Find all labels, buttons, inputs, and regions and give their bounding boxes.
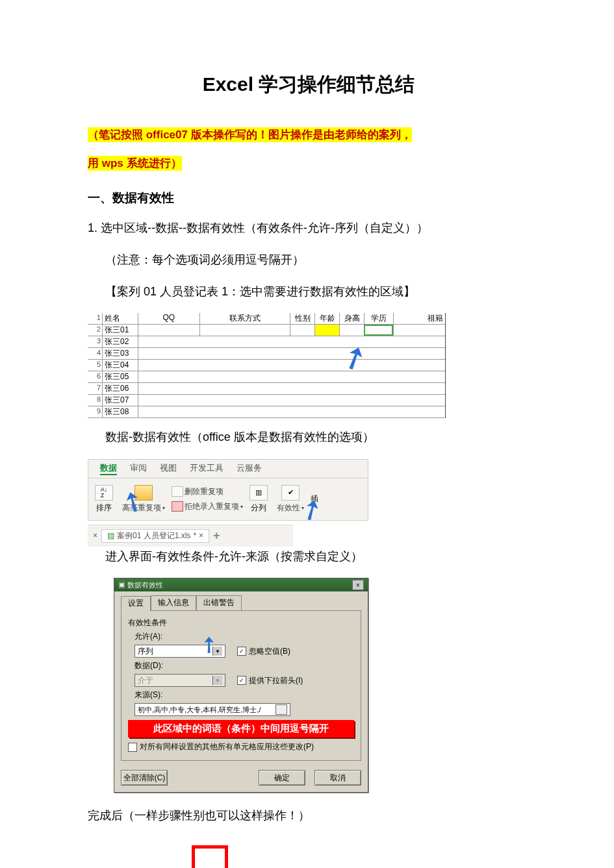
dialog-tab-settings[interactable]: 设置: [121, 596, 151, 611]
ribbon-tab-view[interactable]: 视图: [160, 462, 177, 475]
validity-icon: ✔: [281, 485, 300, 501]
reject-dup-label: 拒绝录入重复项: [185, 501, 239, 512]
reject-dup-icon: [172, 501, 183, 512]
section-1-heading: 一、数据有效性: [88, 190, 530, 206]
case-title: 【案列 01 人员登记表 1：选中需要进行数据有效性的区域】: [105, 282, 530, 302]
cell: [138, 348, 445, 359]
modified-star: *: [193, 531, 196, 540]
table-row: 4张三03: [88, 348, 445, 360]
table-row: 2 张三01 ▼: [88, 325, 445, 336]
highlight-line-2: 用 wps 系统进行）: [88, 156, 182, 171]
ribbon-screenshot: 数据 审阅 视图 开发工具 云服务 A↓Z 排序 高亮重复项▾ 删除重复项 拒绝…: [88, 459, 368, 521]
sort-label: 排序: [96, 502, 112, 514]
table-row: 9张三08: [88, 406, 445, 418]
table-row: 3张三02: [88, 336, 445, 348]
cell: [339, 325, 364, 336]
cell-name: 张三05: [102, 371, 138, 382]
ribbon-tab-dev[interactable]: 开发工具: [190, 462, 224, 475]
step-2-line: 数据-数据有效性（office 版本是数据有效性的选项）: [105, 427, 530, 447]
new-tab-button[interactable]: +: [213, 529, 220, 543]
col-header-age: 年龄: [314, 313, 339, 324]
col-header-sex: 性别: [290, 313, 314, 324]
provide-dd-label: 提供下拉箭头(I): [249, 675, 303, 686]
data-value: 介于: [138, 675, 153, 686]
source-value: 初中,高中,中专,大专,本科,研究生,博士,/: [138, 705, 261, 715]
table-row: 8张三07: [88, 395, 445, 406]
page-title: Excel 学习操作细节总结: [88, 71, 530, 98]
cell: [138, 383, 445, 394]
checkbox-icon: ✓: [237, 647, 246, 656]
data-select[interactable]: 介于 ▼: [134, 674, 225, 687]
ok-button[interactable]: 确定: [259, 770, 305, 786]
provide-dropdown-checkbox[interactable]: ✓提供下拉箭头(I): [237, 675, 303, 686]
data-validation-dialog: ▣ 数据有效性 × 设置 输入信息 出错警告 有效性条件 允许(A): 序列 ▼…: [114, 578, 368, 793]
cell: [199, 325, 290, 336]
range-select-icon[interactable]: [275, 704, 287, 715]
ribbon-tabs: 数据 审阅 视图 开发工具 云服务: [88, 460, 368, 478]
cell-name: 张三01: [102, 325, 138, 336]
apply-all-checkbox[interactable]: 对所有同样设置的其他所有单元格应用这些更改(P): [128, 741, 354, 752]
spreadsheet-screenshot: 1 姓名 QQ 联系方式 性别 年龄 身高 学历 祖籍 2 张三01 ▼ 3张三…: [88, 313, 446, 418]
cell: [138, 325, 199, 336]
dialog-tab-error[interactable]: 出错警告: [196, 595, 242, 610]
row-number: 2: [88, 325, 102, 336]
cell-name: 张三02: [102, 336, 138, 347]
cell: [138, 360, 445, 371]
cell-name: 张三07: [102, 395, 138, 406]
sheet-header-row: 1 姓名 QQ 联系方式 性别 年龄 身高 学历 祖籍: [88, 313, 445, 325]
step-3-line: 进入界面-有效性条件-允许-来源（按需求自定义）: [105, 547, 530, 567]
col-header-height: 身高: [339, 313, 364, 324]
file-name: 案例01 人员登记1.xls: [117, 530, 190, 541]
tab-close-prev[interactable]: ×: [93, 531, 97, 540]
ribbon-tab-data[interactable]: 数据: [100, 462, 117, 475]
table-row: 5张三04: [88, 360, 445, 371]
reject-dup-button[interactable]: 拒绝录入重复项▾: [172, 501, 243, 512]
dropdown-icon: ▼: [212, 676, 222, 685]
source-input[interactable]: 初中,高中,中专,大专,本科,研究生,博士,/: [134, 703, 290, 716]
cell-edu-selected[interactable]: ▼: [364, 325, 393, 336]
col-header-contact: 联系方式: [199, 313, 290, 324]
close-button[interactable]: ×: [352, 580, 364, 590]
ignore-blank-label: 忽略空值(B): [249, 646, 290, 657]
tab-close-button[interactable]: ×: [199, 531, 203, 540]
remove-dup-label: 删除重复项: [185, 486, 224, 497]
col-header-name: 姓名: [102, 313, 138, 324]
remove-dup-button[interactable]: 删除重复项: [172, 486, 243, 497]
cancel-button[interactable]: 取消: [314, 770, 361, 786]
row-number: 4: [88, 348, 102, 359]
red-rectangle-annotation: [192, 845, 228, 868]
cell-name: 张三04: [102, 360, 138, 371]
split-col-button[interactable]: ▥ 分列: [247, 485, 270, 514]
dialog-titlebar: ▣ 数据有效性 ×: [114, 578, 368, 591]
sort-az-icon: A↓Z: [95, 485, 113, 501]
step-1-line: 1. 选中区域--数据--数据有效性（有效条件-允许-序列（自定义））: [88, 218, 530, 238]
cell: [138, 371, 445, 382]
checkbox-icon: [128, 743, 137, 752]
ignore-blank-checkbox[interactable]: ✓忽略空值(B): [237, 646, 290, 657]
dialog-body: 有效性条件 允许(A): 序列 ▼ ✓忽略空值(B) 数据(D): 介于 ▼: [121, 610, 361, 761]
cell: [138, 406, 445, 417]
row-number: 1: [88, 313, 102, 324]
row-number: 3: [88, 336, 102, 347]
cell: [393, 325, 445, 336]
red-annotation-box: 此区域中的词语（条件）中间用逗号隔开: [128, 720, 354, 738]
split-col-icon: ▥: [249, 485, 268, 501]
dialog-tab-input[interactable]: 输入信息: [151, 595, 196, 610]
sort-button[interactable]: A↓Z 排序: [92, 485, 116, 514]
row-number: 7: [88, 383, 102, 394]
step-1-note: （注意：每个选项词必须用逗号隔开）: [105, 250, 530, 270]
workbook-file-tab[interactable]: ▤ 案例01 人员登记1.xls * ×: [101, 529, 209, 543]
ribbon-tab-review[interactable]: 审阅: [130, 462, 147, 475]
clear-all-button[interactable]: 全部清除(C): [121, 770, 168, 786]
table-row: 6张三05: [88, 371, 445, 383]
split-col-label: 分列: [251, 502, 266, 514]
excel-file-icon: ▤: [107, 531, 114, 540]
dialog-title-text: ▣ 数据有效性: [118, 580, 163, 590]
col-header-edu: 学历: [364, 313, 393, 324]
highlighted-note: （笔记按照 office07 版本操作写的！图片操作是由老师给的案列， 用 wp…: [88, 121, 530, 178]
cell: [290, 325, 314, 336]
cell: [138, 336, 445, 347]
ribbon-tab-cloud[interactable]: 云服务: [237, 462, 262, 475]
cell-name: 张三08: [102, 406, 138, 417]
table-row: 7张三06: [88, 383, 445, 395]
